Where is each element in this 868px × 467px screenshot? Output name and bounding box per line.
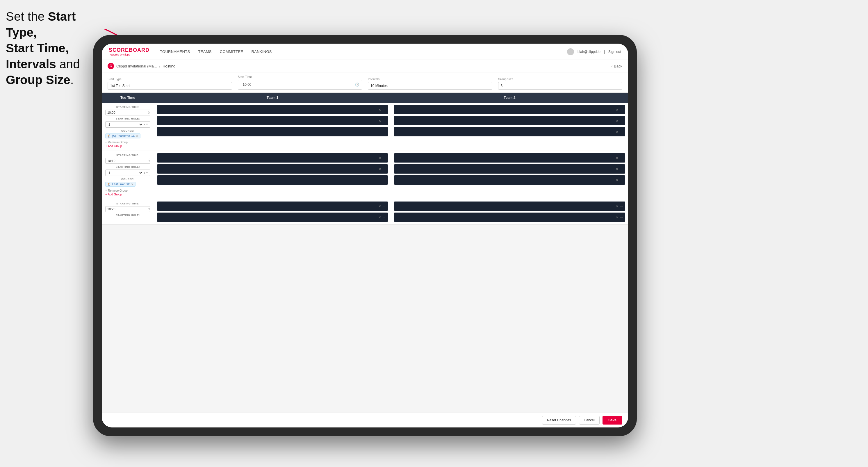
breadcrumb-tournament[interactable]: Clippd Invitational (Ma... <box>116 64 157 68</box>
annotation-line1: Set the Start Type, <box>6 9 75 39</box>
nav-committee[interactable]: COMMITTEE <box>220 48 243 55</box>
starting-time-input-1[interactable] <box>107 111 148 114</box>
course-icon-2: 🏌 <box>107 183 111 186</box>
slot-x-5-2[interactable]: ✕ <box>379 216 381 219</box>
cancel-button[interactable]: Cancel <box>579 416 599 425</box>
slot-dots-3-2[interactable]: ⋯ <box>383 167 385 171</box>
slot-x-2-1[interactable]: ✕ <box>616 108 618 112</box>
slot-x-5-1[interactable]: ✕ <box>379 205 381 208</box>
start-type-label: Start Type <box>107 77 232 81</box>
annotation-line2: Start Time, <box>6 41 69 55</box>
course-tag-2: 🏌 East Lake GC ✕ <box>105 182 135 187</box>
player-slot-3-3 <box>157 175 388 185</box>
col-tee-time: Tee Time <box>102 93 154 103</box>
time-icon-2: ⏱ <box>148 159 150 162</box>
nav-teams[interactable]: TEAMS <box>198 48 211 55</box>
tee-time-col-1: STARTING TIME: ⏱ STARTING HOLE: 1 ▲▼ COU… <box>102 103 154 151</box>
start-time-clock-icon: 🕐 <box>355 83 360 87</box>
slot-x-1-2[interactable]: ✕ <box>379 119 381 122</box>
slot-x-3-2[interactable]: ✕ <box>379 167 381 171</box>
nav-tournaments[interactable]: TOURNAMENTS <box>160 48 190 55</box>
player-slot-5-1: ✕ ⋯ <box>157 201 388 211</box>
nav-links: TOURNAMENTS TEAMS COMMITTEE RANKINGS <box>160 48 567 55</box>
group-size-select[interactable]: 3 <box>498 82 623 90</box>
slot-x-4-3[interactable]: ✕ <box>616 179 618 182</box>
slot-x-4-2[interactable]: ✕ <box>616 167 618 171</box>
course-label-1: COURSE: <box>105 129 150 132</box>
starting-time-input-wrap-1: ⏱ <box>105 110 150 116</box>
slot-dots-2-1[interactable]: ⋯ <box>620 108 623 112</box>
slot-icons-4-1: ✕ ⋯ <box>616 156 623 160</box>
slot-dots-5-1[interactable]: ⋯ <box>383 205 385 208</box>
slot-icons-4-3: ✕ ⋯ <box>616 179 623 182</box>
slot-dots-3-1[interactable]: ⋯ <box>383 156 385 160</box>
breadcrumb-section: Hosting <box>162 64 175 68</box>
player-slot-2-2: ✕ ⋯ <box>394 116 625 125</box>
tablet-screen: SCOREBOARD Powered by clippd TOURNAMENTS… <box>102 43 628 428</box>
remove-group-1[interactable]: ○ Remove Group <box>105 141 150 144</box>
player-slot-2-3: ✕ ⋯ <box>394 127 625 136</box>
back-chevron: ‹ <box>612 64 613 68</box>
starting-time-input-wrap-2: ⏱ <box>105 158 150 164</box>
add-icon-1: + <box>105 145 107 148</box>
annotation-period: . <box>70 73 74 87</box>
slot-x-2-3[interactable]: ✕ <box>616 130 618 133</box>
starting-time-input-wrap-3: ⏱ <box>105 206 150 212</box>
slot-x-2-2[interactable]: ✕ <box>616 119 618 122</box>
slot-dots-4-2[interactable]: ⋯ <box>620 167 623 171</box>
breadcrumb: C Clippd Invitational (Ma... / Hosting <box>107 63 175 69</box>
logo: SCOREBOARD Powered by clippd <box>109 47 150 56</box>
remove-label-1: Remove Group <box>108 141 128 144</box>
save-button[interactable]: Save <box>602 416 622 425</box>
starting-time-input-3[interactable] <box>107 207 148 211</box>
slot-x-6-1[interactable]: ✕ <box>616 205 618 208</box>
hole-select-2[interactable]: 1 <box>107 171 143 175</box>
slot-dots-4-3[interactable]: ⋯ <box>620 179 623 182</box>
back-button[interactable]: ‹ Back <box>612 64 622 68</box>
player-slot-4-3: ✕ ⋯ <box>394 175 625 185</box>
team1-col-1: ✕ ⋯ ✕ ⋯ <box>154 103 391 151</box>
annotation-bold1: Start Type, <box>6 9 75 39</box>
intervals-label: Intervals <box>368 77 492 81</box>
course-tag-remove-2[interactable]: ✕ <box>131 183 133 186</box>
slot-x-1-1[interactable]: ✕ <box>379 108 381 112</box>
start-time-label: Start Time <box>238 75 362 79</box>
add-group-2[interactable]: + Add Group <box>105 193 150 196</box>
sign-out-link[interactable]: Sign out <box>608 50 621 54</box>
slot-dots-6-1[interactable]: ⋯ <box>620 205 623 208</box>
start-type-select[interactable]: 1st Tee Start <box>107 82 232 90</box>
team1-col-2: ✕ ⋯ ✕ ⋯ <box>154 151 391 199</box>
course-tag-remove-1[interactable]: ✕ <box>136 135 138 137</box>
start-type-field: Start Type 1st Tee Start <box>107 77 232 90</box>
table-header: Tee Time Team 1 Team 2 <box>102 93 628 103</box>
slot-dots-4-1[interactable]: ⋯ <box>620 156 623 160</box>
navbar: SCOREBOARD Powered by clippd TOURNAMENTS… <box>102 43 628 60</box>
hole-select-1[interactable]: 1 <box>107 122 143 126</box>
reset-changes-button[interactable]: Reset Changes <box>542 416 576 425</box>
group-row-2: STARTING TIME: ⏱ STARTING HOLE: 1 ▲▼ COU… <box>102 151 628 199</box>
add-group-1[interactable]: + Add Group <box>105 145 150 148</box>
nav-rankings[interactable]: RANKINGS <box>251 48 272 55</box>
breadcrumb-bar: C Clippd Invitational (Ma... / Hosting ‹… <box>102 60 628 72</box>
slot-dots-6-2[interactable]: ⋯ <box>620 216 623 219</box>
slot-dots-1-2[interactable]: ⋯ <box>383 119 385 122</box>
slot-dots-2-2[interactable]: ⋯ <box>620 119 623 122</box>
slot-x-3-1[interactable]: ✕ <box>379 156 381 160</box>
start-time-input[interactable] <box>241 81 355 88</box>
starting-hole-label-2: STARTING HOLE: <box>105 165 150 168</box>
group-row-1: STARTING TIME: ⏱ STARTING HOLE: 1 ▲▼ COU… <box>102 103 628 151</box>
slot-dots-5-2[interactable]: ⋯ <box>383 216 385 219</box>
intervals-select[interactable]: 10 Minutes <box>368 82 492 90</box>
tee-time-col-3: STARTING TIME: ⏱ STARTING HOLE: <box>102 199 154 224</box>
starting-time-input-2[interactable] <box>107 159 148 162</box>
player-slot-5-2: ✕ ⋯ <box>157 213 388 222</box>
slot-icons-5-1: ✕ ⋯ <box>379 205 385 208</box>
slot-dots-2-3[interactable]: ⋯ <box>620 130 623 133</box>
slot-dots-1-1[interactable]: ⋯ <box>383 108 385 112</box>
team1-col-3: ✕ ⋯ ✕ ⋯ <box>154 199 391 224</box>
remove-group-2[interactable]: ○ Remove Group <box>105 189 150 192</box>
course-icon-1: 🏌 <box>107 134 111 137</box>
slot-icons-3-1: ✕ ⋯ <box>379 156 385 160</box>
slot-x-4-1[interactable]: ✕ <box>616 156 618 160</box>
slot-x-6-2[interactable]: ✕ <box>616 216 618 219</box>
